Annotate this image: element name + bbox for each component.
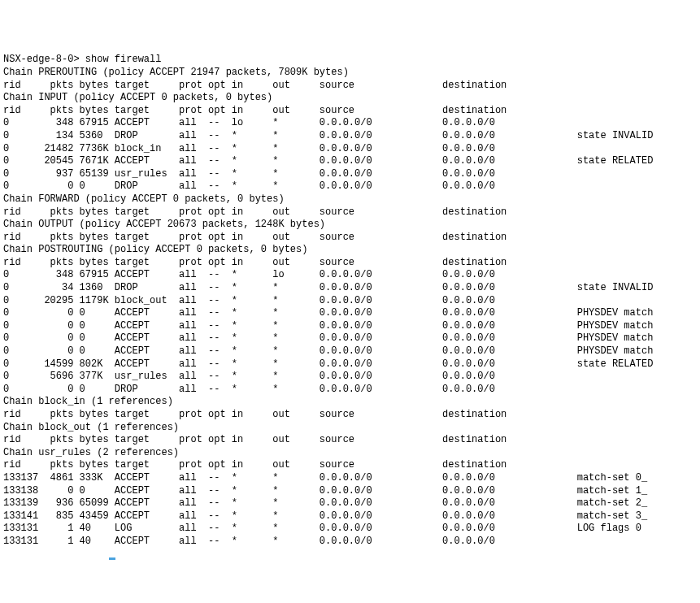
text-cursor[interactable]	[109, 557, 115, 560]
terminal-line: 133139 936 65099 ACCEPT all -- * * 0.0.0…	[3, 497, 697, 510]
terminal-line: Chain INPUT (policy ACCEPT 0 packets, 0 …	[3, 92, 697, 105]
terminal-line: 0 14599 802K ACCEPT all -- * * 0.0.0.0/0…	[3, 358, 697, 371]
terminal-line: 0 21482 7736K block_in all -- * * 0.0.0.…	[3, 143, 697, 156]
terminal-line: 133138 0 0 ACCEPT all -- * * 0.0.0.0/0 0…	[3, 485, 697, 498]
terminal-line: rid pkts bytes target prot opt in out so…	[3, 459, 697, 472]
terminal-line: 0 0 0 DROP all -- * * 0.0.0.0/0 0.0.0.0/…	[3, 180, 697, 193]
terminal-line: 0 348 67915 ACCEPT all -- lo * 0.0.0.0/0…	[3, 117, 697, 130]
terminal-line: Chain OUTPUT (policy ACCEPT 20673 packet…	[3, 219, 697, 232]
terminal-line: rid pkts bytes target prot opt in out so…	[3, 105, 697, 118]
terminal-line: 133141 835 43459 ACCEPT all -- * * 0.0.0…	[3, 510, 697, 523]
terminal-line: 0 34 1360 DROP all -- * * 0.0.0.0/0 0.0.…	[3, 282, 697, 295]
terminal-line: 133131 1 40 ACCEPT all -- * * 0.0.0.0/0 …	[3, 536, 697, 549]
terminal-line: rid pkts bytes target prot opt in out so…	[3, 434, 697, 447]
terminal-line: rid pkts bytes target prot opt in out so…	[3, 232, 697, 245]
terminal-line: 0 0 0 ACCEPT all -- * * 0.0.0.0/0 0.0.0.…	[3, 332, 697, 345]
terminal-line: Chain usr_rules (2 references)	[3, 447, 697, 460]
terminal-line: Chain PREROUTING (policy ACCEPT 21947 pa…	[3, 67, 697, 80]
terminal-line: NSX-edge-8-0> show firewall	[3, 54, 697, 67]
terminal-line: rid pkts bytes target prot opt in out so…	[3, 206, 697, 219]
terminal-line: 0 134 5360 DROP all -- * * 0.0.0.0/0 0.0…	[3, 130, 697, 143]
terminal-line: Chain block_in (1 references)	[3, 396, 697, 409]
terminal-line: 133137 4861 333K ACCEPT all -- * * 0.0.0…	[3, 472, 697, 485]
terminal-line: 0 348 67915 ACCEPT all -- * lo 0.0.0.0/0…	[3, 269, 697, 282]
terminal-line: 0 0 0 ACCEPT all -- * * 0.0.0.0/0 0.0.0.…	[3, 307, 697, 320]
terminal-line: 0 5696 377K usr_rules all -- * * 0.0.0.0…	[3, 371, 697, 384]
terminal-line: Chain block_out (1 references)	[3, 422, 697, 435]
terminal-output: NSX-edge-8-0> show firewallChain PREROUT…	[3, 54, 697, 561]
terminal-line: Chain FORWARD (policy ACCEPT 0 packets, …	[3, 193, 697, 206]
terminal-line: 0 20545 7671K ACCEPT all -- * * 0.0.0.0/…	[3, 155, 697, 168]
terminal-line: 0 937 65139 usr_rules all -- * * 0.0.0.0…	[3, 168, 697, 181]
terminal-line: 0 0 0 ACCEPT all -- * * 0.0.0.0/0 0.0.0.…	[3, 345, 697, 358]
terminal-line: 0 0 0 ACCEPT all -- * * 0.0.0.0/0 0.0.0.…	[3, 320, 697, 333]
terminal-line: rid pkts bytes target prot opt in out so…	[3, 80, 697, 93]
cursor-line[interactable]	[3, 549, 697, 562]
terminal-line: 0 0 0 DROP all -- * * 0.0.0.0/0 0.0.0.0/…	[3, 384, 697, 397]
terminal-line: 0 20295 1179K block_out all -- * * 0.0.0…	[3, 295, 697, 308]
terminal-line: 133131 1 40 LOG all -- * * 0.0.0.0/0 0.0…	[3, 523, 697, 536]
terminal-line: rid pkts bytes target prot opt in out so…	[3, 409, 697, 422]
terminal-line: rid pkts bytes target prot opt in out so…	[3, 257, 697, 270]
terminal-line: Chain POSTROUTING (policy ACCEPT 0 packe…	[3, 244, 697, 257]
